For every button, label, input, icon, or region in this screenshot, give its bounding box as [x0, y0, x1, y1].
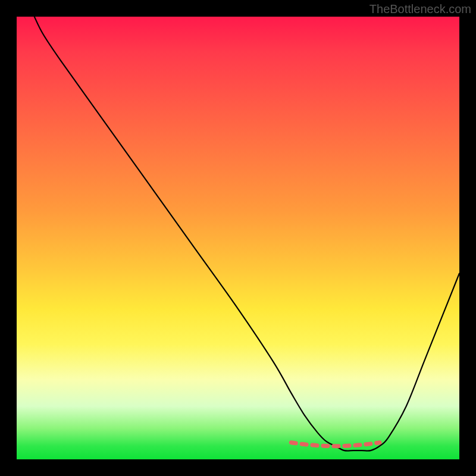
attribution-text: TheBottleneck.com — [369, 2, 471, 16]
curve-minimum-marker — [291, 443, 380, 446]
chart-plot-area — [17, 17, 459, 459]
bottleneck-curve-line — [35, 17, 459, 451]
chart-svg — [17, 17, 459, 459]
